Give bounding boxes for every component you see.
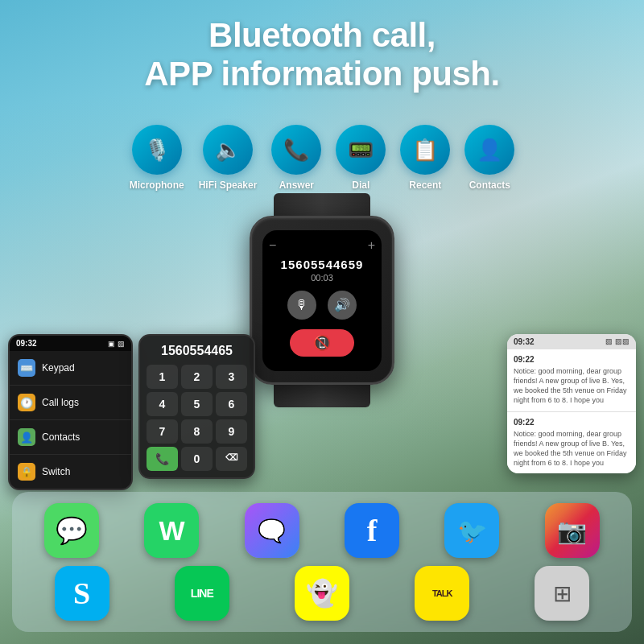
dial-delete-button[interactable]: ⌫: [216, 447, 247, 471]
watch-mute-button[interactable]: 🎙: [287, 291, 316, 320]
call-logs-icon: 🕐: [18, 394, 35, 411]
dial-key-7[interactable]: 7: [147, 419, 178, 444]
watch-screen: − + 15605544659 00:03 🎙 🔊 📵: [262, 230, 382, 371]
microphone-icon: 🎙️: [132, 125, 182, 175]
dial-call-button[interactable]: 📞: [147, 447, 178, 471]
notif-text-2: Notice: good morning, dear group friends…: [514, 429, 630, 469]
feature-dial: 📟 Dial: [336, 125, 386, 191]
phone-status-icons: ▣ ▨: [108, 340, 125, 348]
switch-icon: 🔒: [18, 463, 35, 481]
dial-key-9[interactable]: 9: [216, 419, 247, 444]
recent-label: Recent: [409, 180, 441, 191]
keypad-icon: ⌨️: [18, 359, 35, 377]
notif-battery: ▨ ▨▨: [605, 337, 630, 346]
notif-time: 09:32: [514, 337, 535, 346]
feature-recent: 📋 Recent: [400, 125, 450, 191]
dial-key-6[interactable]: 6: [216, 392, 247, 416]
feature-microphone: 🎙️ Microphone: [130, 125, 184, 191]
dial-label: Dial: [352, 180, 369, 191]
contacts-menu-label: Contacts: [42, 431, 80, 443]
dial-pad: 1560554465 1 2 3 4 5 6 7 8 9 📞 0 ⌫: [138, 334, 255, 479]
keypad-label: Keypad: [42, 362, 75, 374]
watch-end-call-button[interactable]: 📵: [290, 329, 354, 357]
features-row: 🎙️ Microphone 🔈 HiFi Speaker 📞 Answer 📟 …: [0, 125, 644, 191]
contacts-icon: 👤: [464, 125, 514, 175]
app-instagram[interactable]: 📷: [545, 503, 600, 558]
watch-container: − + 15605544659 00:03 🎙 🔊 📵: [250, 193, 394, 407]
feature-answer: 📞 Answer: [271, 125, 321, 191]
notification-item-1: 09:22 Notice: good morning, dear group f…: [507, 349, 636, 412]
watch-call-actions: 🎙 🔊: [287, 291, 357, 320]
dial-icon: 📟: [336, 125, 386, 175]
dial-display: 1560554465: [147, 344, 247, 358]
dial-key-5[interactable]: 5: [181, 392, 213, 416]
dial-key-8[interactable]: 8: [181, 419, 213, 444]
hifi-speaker-icon: 🔈: [203, 125, 253, 175]
apps-section: 💬 W 🗨️ f 🐦 📷 S LINE 👻: [12, 492, 632, 632]
watch-call-timer: 00:03: [311, 273, 333, 283]
contacts-label: Contacts: [469, 180, 510, 191]
app-twitter[interactable]: 🐦: [444, 503, 499, 558]
watch-strap-bottom: [274, 385, 370, 407]
app-snapchat[interactable]: 👻: [295, 566, 349, 621]
feature-hifi-speaker: 🔈 HiFi Speaker: [199, 125, 258, 191]
app-skype[interactable]: S: [55, 566, 109, 621]
app-facebook[interactable]: f: [345, 503, 399, 558]
switch-label: Switch: [42, 466, 70, 477]
watch-body: − + 15605544659 00:03 🎙 🔊 📵: [250, 216, 394, 385]
app-line[interactable]: LINE: [175, 566, 229, 621]
menu-item-call-logs[interactable]: 🕐 Call logs: [10, 386, 131, 420]
call-logs-label: Call logs: [42, 397, 79, 408]
notif-timestamp-2: 09:22: [514, 418, 630, 427]
app-grid[interactable]: ⊞: [535, 566, 589, 621]
microphone-label: Microphone: [130, 180, 184, 191]
contacts-menu-icon: 👤: [18, 428, 35, 446]
menu-item-keypad[interactable]: ⌨️ Keypad: [10, 351, 131, 386]
app-whatsapp[interactable]: W: [144, 503, 199, 558]
answer-label: Answer: [279, 180, 314, 191]
title-line2: APP information push.: [144, 55, 499, 93]
phone-menu-screen: 09:32 ▣ ▨ ⌨️ Keypad 🕐 Call logs 👤 Contac…: [8, 334, 133, 490]
notif-status-bar: 09:32 ▨ ▨▨: [507, 334, 636, 349]
menu-item-switch[interactable]: 🔒 Switch: [10, 455, 131, 489]
title-section: Bluetooth call, APP information push.: [0, 8, 644, 102]
recent-icon: 📋: [400, 125, 450, 175]
apps-row-1: 💬 W 🗨️ f 🐦 📷: [22, 503, 622, 558]
page-title: Bluetooth call, APP information push.: [16, 16, 628, 94]
notif-timestamp-1: 09:22: [514, 355, 630, 364]
apps-row-2: S LINE 👻 TALK ⊞: [22, 566, 622, 621]
watch-speaker-button[interactable]: 🔊: [328, 291, 357, 320]
feature-contacts: 👤 Contacts: [464, 125, 514, 191]
phone-status-bar: 09:32 ▣ ▨: [10, 336, 131, 351]
notif-text-1: Notice: good morning, dear group friends…: [514, 366, 630, 406]
dial-grid: 1 2 3 4 5 6 7 8 9 📞 0 ⌫: [147, 365, 247, 471]
phone-time: 09:32: [16, 339, 37, 348]
dial-key-2[interactable]: 2: [181, 365, 213, 389]
menu-item-contacts[interactable]: 👤 Contacts: [10, 420, 131, 455]
dial-key-1[interactable]: 1: [147, 365, 178, 389]
title-line1: Bluetooth call,: [208, 16, 436, 54]
app-messenger[interactable]: 🗨️: [245, 503, 299, 558]
watch-call-number: 15605544659: [281, 258, 364, 271]
hifi-speaker-label: HiFi Speaker: [199, 180, 258, 191]
notification-item-2: 09:22 Notice: good morning, dear group f…: [507, 412, 636, 474]
answer-icon: 📞: [271, 125, 321, 175]
dial-key-4[interactable]: 4: [147, 392, 178, 416]
dial-key-3[interactable]: 3: [216, 365, 247, 389]
watch-strap-top: [274, 193, 370, 216]
notification-panel: 09:32 ▨ ▨▨ 09:22 Notice: good morning, d…: [507, 334, 636, 473]
app-messages[interactable]: 💬: [44, 503, 99, 558]
app-kakao[interactable]: TALK: [415, 566, 469, 621]
dial-key-0[interactable]: 0: [181, 447, 213, 471]
